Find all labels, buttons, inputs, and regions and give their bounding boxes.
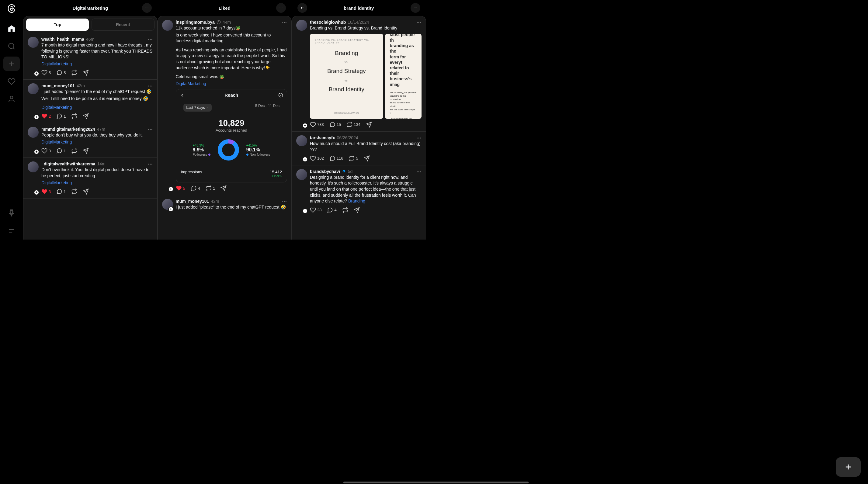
share-button[interactable] <box>354 207 360 213</box>
like-button[interactable]: 2 <box>41 113 51 119</box>
nav-pin[interactable] <box>3 206 20 220</box>
reply-button[interactable]: 4 <box>327 207 336 213</box>
nav-home[interactable] <box>3 21 20 36</box>
post-more-icon[interactable] <box>416 169 422 175</box>
username[interactable]: mum_money101 <box>41 83 75 88</box>
repost-button[interactable] <box>71 148 77 154</box>
avatar[interactable] <box>296 20 307 31</box>
post-more-icon[interactable] <box>148 127 153 133</box>
share-button[interactable] <box>364 155 370 161</box>
nav-search[interactable] <box>3 39 20 53</box>
like-button[interactable]: 5 <box>41 70 51 76</box>
avatar[interactable] <box>28 161 39 172</box>
followers-label: Followers <box>193 153 211 156</box>
username[interactable]: thesocialglowhub <box>310 20 346 25</box>
like-button[interactable]: 3 <box>41 148 51 154</box>
avatar[interactable] <box>28 83 39 94</box>
hashtag[interactable]: DigitalMarketing <box>41 105 153 111</box>
follow-icon[interactable]: + <box>302 157 308 162</box>
username[interactable]: wealth_health_mama <box>41 37 84 42</box>
column-menu-button[interactable] <box>411 3 420 13</box>
column-menu-button[interactable] <box>276 3 286 13</box>
follow-icon[interactable]: + <box>34 114 39 120</box>
nonfollowers-pct: 90.1% <box>246 147 270 153</box>
follow-icon[interactable]: + <box>34 149 39 155</box>
reply-button[interactable]: 5 <box>56 70 66 76</box>
svg-point-26 <box>284 201 285 202</box>
repost-button[interactable]: 5 <box>348 155 358 161</box>
hashtag[interactable]: DigitalMarketing <box>176 81 287 87</box>
hashtag[interactable]: DigitalMarketing <box>41 180 153 186</box>
post-more-icon[interactable] <box>416 135 422 141</box>
like-button[interactable]: 102 <box>310 155 324 161</box>
reply-button[interactable]: 1 <box>56 113 66 119</box>
column-title: Liked <box>219 5 230 11</box>
like-button[interactable]: 28 <box>310 207 321 213</box>
hashtag[interactable]: Branding <box>348 198 365 203</box>
share-button[interactable] <box>83 113 89 119</box>
repost-button[interactable]: 1 <box>206 185 215 191</box>
username[interactable]: mmmdigitalmarketing2024 <box>41 127 95 132</box>
post-more-icon[interactable] <box>148 37 153 43</box>
username[interactable]: tarshamayfx <box>310 135 335 140</box>
follow-icon[interactable]: + <box>34 71 39 76</box>
follow-icon[interactable]: + <box>302 208 308 214</box>
share-button[interactable] <box>83 148 89 154</box>
repost-button[interactable] <box>342 207 348 213</box>
reply-button[interactable]: 4 <box>191 185 200 191</box>
avatar[interactable] <box>28 127 39 138</box>
username[interactable]: _digitalwealthwithkareema <box>41 161 95 166</box>
chevron-down-icon <box>206 106 209 109</box>
nav-create[interactable] <box>3 57 20 71</box>
post-image[interactable]: BRANDING VS. BRAND STRATEGY VS. BRAND ID… <box>310 34 383 119</box>
nav-activity[interactable] <box>3 74 20 89</box>
repost-button[interactable] <box>71 189 77 195</box>
share-button[interactable] <box>83 70 89 76</box>
share-button[interactable] <box>83 189 89 195</box>
post-more-icon[interactable] <box>148 161 153 167</box>
like-button[interactable]: 733 <box>310 122 324 128</box>
username[interactable]: mum_money101 <box>176 199 209 204</box>
tab-top[interactable]: Top <box>26 19 89 31</box>
svg-point-3 <box>147 8 147 8</box>
post-more-icon[interactable] <box>148 83 153 89</box>
follow-icon[interactable]: + <box>168 186 174 192</box>
like-button[interactable]: 5 <box>176 185 185 191</box>
username[interactable]: inspiringmoms.bya <box>176 20 215 25</box>
reply-button[interactable]: 116 <box>330 155 343 161</box>
followers-pct: 9.9% <box>193 147 211 153</box>
share-button[interactable] <box>220 185 226 191</box>
reply-button[interactable]: 1 <box>56 148 66 154</box>
share-button[interactable] <box>366 122 372 128</box>
reply-button[interactable]: 15 <box>330 122 341 128</box>
tab-recent[interactable]: Recent <box>92 19 154 31</box>
nav-menu[interactable] <box>3 223 20 238</box>
follow-icon[interactable]: + <box>302 123 308 128</box>
period-selector[interactable]: Last 7 days <box>183 104 212 111</box>
avatar[interactable] <box>28 37 39 48</box>
avatar[interactable] <box>296 169 307 180</box>
hashtag[interactable]: DigitalMarketing <box>41 61 153 67</box>
follow-icon[interactable]: + <box>168 206 174 212</box>
follow-icon[interactable]: + <box>34 190 39 195</box>
repost-button[interactable]: 134 <box>346 122 361 128</box>
column-menu-button[interactable] <box>142 3 152 13</box>
reply-button[interactable]: 1 <box>56 189 66 195</box>
post-more-icon[interactable] <box>416 20 422 26</box>
nav-profile[interactable] <box>3 92 20 106</box>
avatar[interactable] <box>162 20 173 31</box>
post-more-icon[interactable] <box>282 20 287 26</box>
avatar[interactable] <box>296 135 307 146</box>
username[interactable]: brandsbychavi <box>310 169 340 174</box>
analytics-card[interactable]: Reach Last 7 days 5 Dec - 11 Dec 10,829 … <box>176 89 287 183</box>
repost-button[interactable] <box>71 113 77 119</box>
threads-logo[interactable] <box>7 4 16 13</box>
repost-button[interactable] <box>71 70 77 76</box>
hashtag[interactable]: DigitalMarketing <box>41 139 153 145</box>
post-image[interactable]: Most people th branding as the term for … <box>385 34 422 119</box>
back-button[interactable] <box>298 3 307 13</box>
svg-point-2 <box>145 8 146 8</box>
svg-point-30 <box>416 8 417 8</box>
post-more-icon[interactable] <box>282 199 287 205</box>
like-button[interactable]: 3 <box>41 189 51 195</box>
